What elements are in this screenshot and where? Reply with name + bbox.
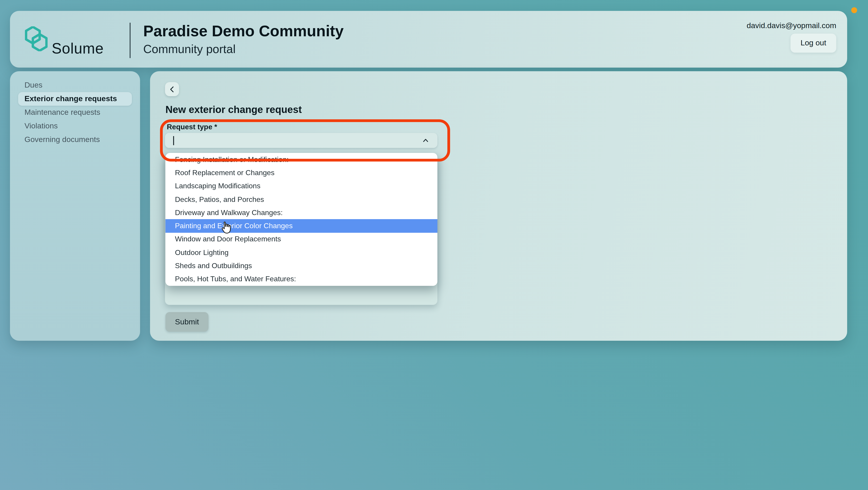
dropdown-option[interactable]: Driveway and Walkway Changes: xyxy=(165,206,437,219)
solume-logo-icon xyxy=(25,26,48,51)
request-type-input[interactable] xyxy=(165,133,437,148)
logout-button[interactable]: Log out xyxy=(790,34,836,53)
recording-indicator-dot xyxy=(851,7,857,13)
chevron-left-icon xyxy=(168,85,176,93)
brand-name: Solume xyxy=(52,40,104,57)
sidebar-item-violations[interactable]: Violations xyxy=(10,119,140,133)
dropdown-option[interactable]: Fencing Installation or Modification: xyxy=(165,153,437,166)
request-type-dropdown: Fencing Installation or Modification: Ro… xyxy=(165,153,437,286)
user-email: david.davis@yopmail.com xyxy=(747,21,836,30)
hand-cursor-icon xyxy=(220,221,232,235)
dropdown-option[interactable]: Outdoor Lighting xyxy=(165,246,437,259)
page-title: New exterior change request xyxy=(165,104,302,116)
submit-button[interactable]: Submit xyxy=(165,312,209,332)
dropdown-option[interactable]: Roof Replacement or Changes xyxy=(165,166,437,180)
dropdown-option[interactable]: Landscaping Modifications xyxy=(165,179,437,193)
dropdown-option[interactable]: Sheds and Outbuildings xyxy=(165,259,437,273)
chevron-up-icon xyxy=(421,136,430,145)
header-divider xyxy=(130,23,130,58)
sidebar-item-exterior-change-requests[interactable]: Exterior change requests xyxy=(18,92,132,106)
sidebar-item-governing-documents[interactable]: Governing documents xyxy=(10,133,140,147)
request-type-label: Request type * xyxy=(167,123,217,131)
header: Solume Paradise Demo Community Community… xyxy=(10,11,847,67)
main-content: New exterior change request Request type… xyxy=(150,71,847,341)
community-portal-app: Solume Paradise Demo Community Community… xyxy=(0,0,868,490)
sidebar-item-dues[interactable]: Dues xyxy=(10,79,140,92)
dropdown-option[interactable]: Window and Door Replacements xyxy=(165,233,437,246)
dropdown-option[interactable]: Pools, Hot Tubs, and Water Features: xyxy=(165,272,437,286)
dropdown-option[interactable]: Decks, Patios, and Porches xyxy=(165,193,437,206)
sidebar-nav: Dues Exterior change requests Maintenanc… xyxy=(10,71,140,341)
portal-subtitle: Community portal xyxy=(143,41,344,57)
sidebar-item-maintenance-requests[interactable]: Maintenance requests xyxy=(10,106,140,119)
title-block: Paradise Demo Community Community portal xyxy=(143,21,344,57)
text-caret xyxy=(173,136,174,145)
community-title: Paradise Demo Community xyxy=(143,21,344,41)
back-button[interactable] xyxy=(165,82,179,96)
dropdown-option-highlighted[interactable]: Painting and Exterior Color Changes xyxy=(165,219,437,233)
